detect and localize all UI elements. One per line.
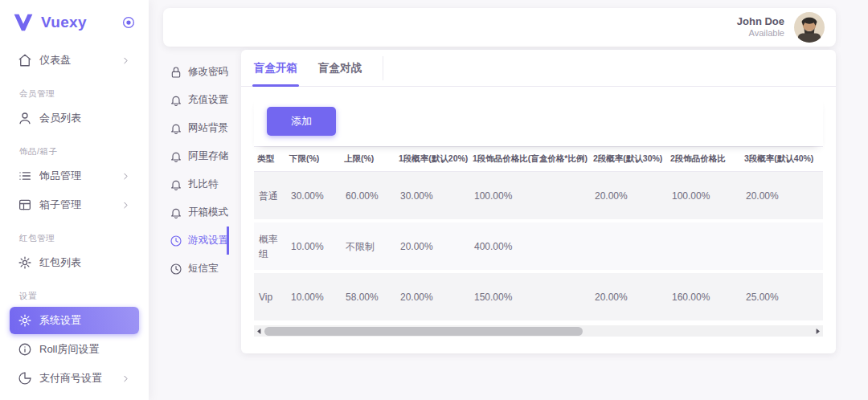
cell: 不限制	[341, 222, 395, 273]
sidebar-pin-toggle-icon[interactable]	[121, 15, 136, 30]
table-panel: 添加 类型 下限(%) 上限(%) 1段概率(默认20%) 1段饰品价格比(盲盒…	[254, 96, 823, 337]
chevron-right-icon	[121, 200, 131, 210]
info-icon	[18, 342, 32, 357]
cell: 10.00%	[286, 222, 341, 273]
brand-name: Vuexy	[41, 14, 114, 31]
cell-type: Vip	[254, 273, 286, 324]
submenu-item-recharge-settings[interactable]: 充值设置	[170, 86, 229, 114]
cell: 30.00%	[395, 172, 469, 222]
column-header: 1段饰品价格比(盲盒价格*比例)	[469, 146, 590, 172]
cell: 150.00%	[469, 273, 590, 324]
list-icon	[18, 169, 32, 183]
table-row: Vip 10.00% 58.00% 20.00% 150.00% 20.00% …	[254, 273, 823, 324]
cell: 30.00%	[286, 172, 341, 222]
tab-divider	[383, 56, 383, 80]
cell: 60.00%	[341, 172, 395, 222]
sidebar-item-member-list[interactable]: 会员列表	[10, 104, 139, 132]
sidebar-item-roll-room-settings[interactable]: Roll房间设置	[10, 336, 139, 363]
sidebar-item-label: 系统设置	[39, 313, 131, 328]
lock-icon	[170, 66, 182, 79]
clock-icon	[170, 263, 182, 276]
main-content-card: 盲盒开箱 盲盒对战 添加 类型 下限(%) 上限(%) 1段概率(默认20%) …	[241, 50, 836, 353]
user-status: Available	[737, 28, 784, 39]
submenu-item-label: 开箱模式	[188, 206, 228, 219]
chevron-right-icon	[121, 373, 131, 384]
submenu-item-site-background[interactable]: 网站背景	[170, 114, 229, 142]
scroll-right-arrow-icon[interactable]	[813, 326, 823, 337]
horizontal-scrollbar[interactable]	[254, 325, 823, 337]
vuexy-logo-icon	[13, 12, 34, 33]
sidebar-item-box-management[interactable]: 箱子管理	[10, 191, 139, 218]
submenu-item-zbt[interactable]: 扎比特	[170, 170, 229, 198]
user-icon	[18, 111, 32, 125]
column-header: 类型	[254, 146, 286, 172]
sidebar-item-label: 箱子管理	[39, 198, 113, 212]
sidebar-item-label: 会员列表	[39, 111, 131, 125]
home-icon	[18, 53, 32, 67]
cell: 10.00%	[286, 273, 341, 324]
user-name: John Doe	[737, 15, 784, 28]
submenu-item-label: 修改密码	[188, 65, 228, 79]
sidebar: Vuexy 仪表盘 会员管理 会员列表 饰品/箱子 饰品管理 箱子管理 红包管理…	[0, 0, 149, 400]
tab-blindbox-open[interactable]: 盲盒开箱	[254, 50, 297, 87]
submenu-item-change-password[interactable]: 修改密码	[170, 58, 229, 86]
chevron-right-icon	[121, 171, 131, 182]
submenu-item-label: 阿里存储	[188, 149, 228, 163]
cell-type: 普通	[254, 172, 286, 222]
sidebar-item-item-management[interactable]: 饰品管理	[10, 162, 139, 190]
tab-blindbox-battle[interactable]: 盲盒对战	[318, 50, 362, 87]
cell: 25.00%	[741, 273, 823, 324]
avatar[interactable]	[794, 12, 825, 43]
table-row: 普通 30.00% 60.00% 30.00% 100.00% 20.00% 1…	[254, 172, 823, 222]
bell-icon	[170, 94, 182, 107]
sidebar-section-settings: 设置	[19, 291, 139, 302]
sidebar-nav: 仪表盘 会员管理 会员列表 饰品/箱子 饰品管理 箱子管理 红包管理 红包列表 …	[10, 47, 139, 400]
cell-type: 概率组	[254, 222, 286, 273]
scrollbar-thumb[interactable]	[264, 327, 583, 336]
add-button[interactable]: 添加	[267, 107, 336, 136]
bell-icon	[170, 206, 182, 219]
box-icon	[18, 198, 32, 212]
column-header: 下限(%)	[286, 146, 341, 172]
sidebar-section-items-boxes: 饰品/箱子	[19, 146, 139, 157]
submenu-item-sms-service[interactable]: 短信宝	[170, 255, 229, 283]
scrollbar-track[interactable]	[264, 325, 813, 337]
cell	[590, 222, 667, 273]
cell: 160.00%	[667, 273, 741, 324]
sidebar-item-label: 支付商号设置	[39, 371, 113, 386]
sidebar-item-label: 饰品管理	[39, 169, 113, 183]
sidebar-item-dashboard[interactable]: 仪表盘	[10, 47, 139, 74]
sidebar-item-label: 红包列表	[39, 255, 131, 270]
settings-submenu: 修改密码 充值设置 网站背景 阿里存储 扎比特 开箱模式 游戏设置 短信宝	[170, 58, 229, 283]
cell	[741, 222, 823, 273]
table-header-row: 类型 下限(%) 上限(%) 1段概率(默认20%) 1段饰品价格比(盲盒价格*…	[254, 146, 823, 172]
table-row: 概率组 10.00% 不限制 20.00% 400.00%	[254, 222, 823, 273]
scroll-left-arrow-icon[interactable]	[254, 326, 264, 337]
settings-table: 类型 下限(%) 上限(%) 1段概率(默认20%) 1段饰品价格比(盲盒价格*…	[254, 146, 823, 324]
sidebar-item-label: 仪表盘	[39, 53, 113, 67]
submenu-item-label: 游戏设置	[188, 234, 228, 247]
submenu-item-label: 扎比特	[188, 178, 219, 191]
submenu-item-ali-storage[interactable]: 阿里存储	[170, 142, 229, 170]
chevron-right-icon	[121, 55, 131, 66]
tab-bar: 盲盒开箱 盲盒对战	[241, 50, 836, 87]
clock-icon	[170, 235, 182, 247]
table-toolbar: 添加	[254, 96, 823, 146]
sidebar-item-payment-merchant-settings[interactable]: 支付商号设置	[10, 365, 139, 392]
bell-icon	[170, 122, 182, 135]
submenu-item-label: 短信宝	[188, 262, 219, 276]
bell-icon	[170, 150, 182, 163]
sidebar-item-redpacket-list[interactable]: 红包列表	[10, 249, 139, 276]
top-header: John Doe Available	[163, 8, 836, 47]
column-header: 上限(%)	[341, 146, 395, 172]
column-header: 2段概率(默认30%)	[590, 146, 667, 172]
cell: 400.00%	[469, 222, 590, 273]
submenu-item-label: 充值设置	[188, 93, 228, 107]
cell: 20.00%	[395, 222, 469, 273]
sidebar-item-system-settings[interactable]: 系统设置	[10, 307, 139, 334]
column-header: 1段概率(默认20%)	[395, 146, 469, 172]
submenu-item-game-settings[interactable]: 游戏设置	[170, 227, 229, 255]
submenu-item-label: 网站背景	[188, 121, 228, 135]
submenu-item-unbox-mode[interactable]: 开箱模式	[170, 198, 229, 227]
sidebar-section-redpacket: 红包管理	[19, 233, 139, 244]
